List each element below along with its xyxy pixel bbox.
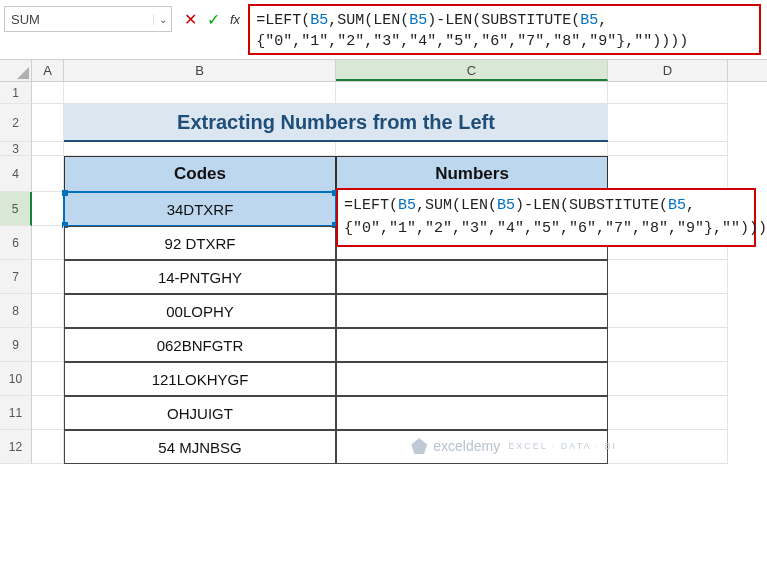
col-header-C[interactable]: C xyxy=(336,60,608,81)
cell-C1[interactable] xyxy=(336,82,608,104)
formula-bar[interactable]: =LEFT(B5,SUM(LEN(B5)-LEN(SUBSTITUTE(B5,{… xyxy=(248,4,761,55)
row-header-4[interactable]: 4 xyxy=(0,156,32,192)
row-header-1[interactable]: 1 xyxy=(0,82,32,104)
cell-C3[interactable] xyxy=(336,142,608,156)
row-header-9[interactable]: 9 xyxy=(0,328,32,362)
cell-B6[interactable]: 92 DTXRF xyxy=(64,226,336,260)
cell-B9[interactable]: 062BNFGTR xyxy=(64,328,336,362)
cell-D10[interactable] xyxy=(608,362,728,396)
cell-D3[interactable] xyxy=(608,142,728,156)
watermark-text: exceldemy xyxy=(433,438,500,454)
col-header-A[interactable]: A xyxy=(32,60,64,81)
fx-icon[interactable]: fx xyxy=(230,12,240,27)
header-numbers[interactable]: Numbers xyxy=(336,156,608,192)
watermark-icon xyxy=(411,438,427,454)
formula-bar-controls: ✕ ✓ fx xyxy=(176,6,248,32)
cell-C9[interactable] xyxy=(336,328,608,362)
row-header-6[interactable]: 6 xyxy=(0,226,32,260)
cell-A6[interactable] xyxy=(32,226,64,260)
cell-B5[interactable]: 34DTXRF xyxy=(64,192,336,226)
row-10: 10 121LOKHYGF xyxy=(0,362,767,396)
cell-D11[interactable] xyxy=(608,396,728,430)
cell-A2[interactable] xyxy=(32,104,64,142)
row-header-8[interactable]: 8 xyxy=(0,294,32,328)
cell-A8[interactable] xyxy=(32,294,64,328)
cell-D9[interactable] xyxy=(608,328,728,362)
row-1: 1 xyxy=(0,82,767,104)
cancel-icon[interactable]: ✕ xyxy=(184,10,197,29)
col-header-D[interactable]: D xyxy=(608,60,728,81)
cell-B11[interactable]: OHJUIGT xyxy=(64,396,336,430)
watermark: exceldemy EXCEL · DATA · BI xyxy=(411,438,617,454)
title-cell[interactable]: Extracting Numbers from the Left xyxy=(64,104,608,142)
cell-C11[interactable] xyxy=(336,396,608,430)
inline-formula-editor[interactable]: =LEFT(B5,SUM(LEN(B5)-LEN(SUBSTITUTE(B5,{… xyxy=(336,188,756,247)
cell-D2[interactable] xyxy=(608,104,728,142)
row-4: 4 Codes Numbers xyxy=(0,156,767,192)
cell-D7[interactable] xyxy=(608,260,728,294)
row-11: 11 OHJUIGT xyxy=(0,396,767,430)
name-box-wrap[interactable]: SUM ⌄ xyxy=(4,6,172,32)
cell-D12[interactable] xyxy=(608,430,728,464)
cell-A1[interactable] xyxy=(32,82,64,104)
formula-row: SUM ⌄ ✕ ✓ fx =LEFT(B5,SUM(LEN(B5)-LEN(SU… xyxy=(0,0,767,60)
cell-B1[interactable] xyxy=(64,82,336,104)
cell-B3[interactable] xyxy=(64,142,336,156)
cell-C10[interactable] xyxy=(336,362,608,396)
row-header-5[interactable]: 5 xyxy=(0,192,32,226)
cell-C8[interactable] xyxy=(336,294,608,328)
row-2: 2 Extracting Numbers from the Left xyxy=(0,104,767,142)
row-header-12[interactable]: 12 xyxy=(0,430,32,464)
name-box-dropdown-icon[interactable]: ⌄ xyxy=(153,14,171,25)
cell-B12[interactable]: 54 MJNBSG xyxy=(64,430,336,464)
cell-D4[interactable] xyxy=(608,156,728,192)
cell-B10[interactable]: 121LOKHYGF xyxy=(64,362,336,396)
cell-A12[interactable] xyxy=(32,430,64,464)
row-9: 9 062BNFGTR xyxy=(0,328,767,362)
row-7: 7 14-PNTGHY xyxy=(0,260,767,294)
row-header-11[interactable]: 11 xyxy=(0,396,32,430)
row-header-7[interactable]: 7 xyxy=(0,260,32,294)
grid: 1 2 Extracting Numbers from the Left 3 4… xyxy=(0,82,767,464)
cell-A7[interactable] xyxy=(32,260,64,294)
cell-A9[interactable] xyxy=(32,328,64,362)
cell-A3[interactable] xyxy=(32,142,64,156)
cell-D8[interactable] xyxy=(608,294,728,328)
cell-D1[interactable] xyxy=(608,82,728,104)
name-box[interactable]: SUM xyxy=(5,12,153,27)
cell-A5[interactable] xyxy=(32,192,64,226)
col-header-B[interactable]: B xyxy=(64,60,336,81)
cell-C7[interactable] xyxy=(336,260,608,294)
enter-icon[interactable]: ✓ xyxy=(207,10,220,29)
cell-A10[interactable] xyxy=(32,362,64,396)
cell-A11[interactable] xyxy=(32,396,64,430)
cell-B8[interactable]: 00LOPHY xyxy=(64,294,336,328)
row-3: 3 xyxy=(0,142,767,156)
cell-B7[interactable]: 14-PNTGHY xyxy=(64,260,336,294)
select-all-corner[interactable] xyxy=(0,60,32,81)
column-headers: A B C D xyxy=(0,60,767,82)
row-12: 12 54 MJNBSG xyxy=(0,430,767,464)
header-codes[interactable]: Codes xyxy=(64,156,336,192)
cell-A4[interactable] xyxy=(32,156,64,192)
row-header-2[interactable]: 2 xyxy=(0,104,32,142)
row-8: 8 00LOPHY xyxy=(0,294,767,328)
watermark-sub: EXCEL · DATA · BI xyxy=(508,441,617,451)
row-header-3[interactable]: 3 xyxy=(0,142,32,156)
row-header-10[interactable]: 10 xyxy=(0,362,32,396)
cell-B5-value: 34DTXRF xyxy=(167,201,234,218)
